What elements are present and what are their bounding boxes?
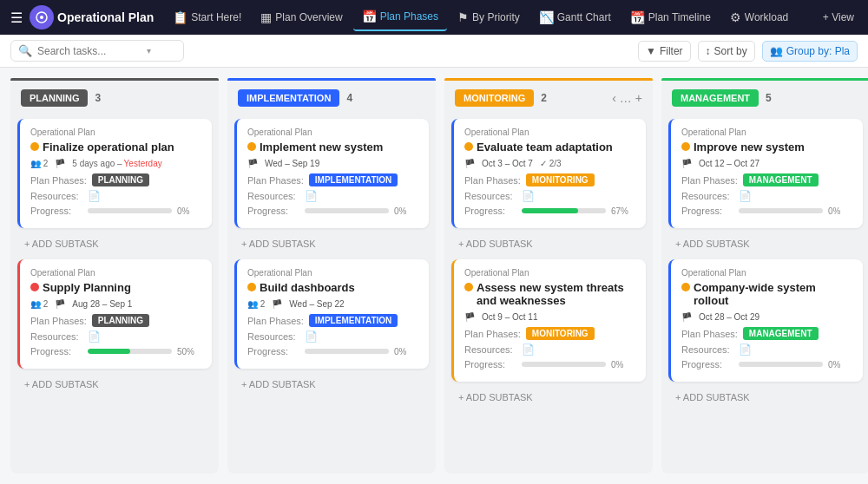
management-cards: Operational Plan Improve new system 🏴 Oc… [661, 115, 868, 474]
plan-phases-icon: 📅 [362, 10, 377, 23]
resources-icon: 📄 [739, 190, 752, 202]
card-meta: 🏴 Oct 12 – Oct 27 [681, 159, 852, 168]
group-button[interactable]: 👥 Group by: Pla [762, 41, 858, 62]
filter-button[interactable]: ▼ Filter [638, 41, 691, 62]
planning-header: PLANNING 3 [10, 81, 219, 115]
add-subtask-btn-6[interactable]: + ADD SUBTASK [451, 389, 646, 406]
status-dot [464, 142, 473, 151]
flag-icon: 🏴 [681, 159, 692, 168]
planning-badge: PLANNING [21, 89, 88, 107]
progress-row: Progress: 0% [247, 346, 418, 356]
card-assess-threats: Operational Plan Assess new system threa… [451, 259, 646, 382]
tab-gantt-chart[interactable]: 📉 Gantt Chart [530, 3, 620, 31]
resources-row: Resources: 📄 [681, 343, 852, 356]
column-planning: PLANNING 3 Operational Plan Finalize ope… [10, 78, 219, 474]
add-icon[interactable]: + [635, 91, 642, 105]
implementation-cards: Operational Plan Implement new system 🏴 … [227, 115, 436, 474]
plan-phases-row: Plan Phases: MANAGEMENT [681, 327, 852, 340]
add-subtask-btn-8[interactable]: + ADD SUBTASK [668, 389, 863, 406]
resources-row: Resources: 📄 [30, 330, 201, 343]
progress-row: Progress: 0% [681, 206, 852, 216]
add-subtask-btn-4[interactable]: + ADD SUBTASK [234, 376, 429, 393]
hamburger-icon[interactable]: ☰ [7, 6, 26, 29]
card-evaluate-team: Operational Plan Evaluate team adaptatio… [451, 119, 646, 228]
plan-phases-row: Plan Phases: IMPLEMENTATION [247, 173, 418, 186]
card-meta: 👥 2 🏴 Wed – Sep 22 [247, 299, 418, 309]
sort-icon: ↕ [706, 45, 711, 57]
card-meta: 🏴 Oct 9 – Oct 11 [464, 312, 635, 322]
card-project: Operational Plan [30, 268, 201, 278]
progress-bar [522, 208, 606, 213]
resources-row: Resources: 📄 [30, 190, 201, 202]
card-title: Implement new system [247, 141, 418, 154]
card-project: Operational Plan [681, 268, 852, 278]
phase-tag: MONITORING [526, 327, 595, 340]
implementation-badge: IMPLEMENTATION [238, 89, 339, 107]
card-title: Finalize operational plan [30, 141, 201, 154]
chevron-down-icon[interactable]: ▾ [147, 46, 151, 56]
svg-point-1 [40, 16, 43, 19]
add-view-button[interactable]: + View [816, 8, 861, 27]
phase-tag: IMPLEMENTATION [309, 314, 398, 327]
tab-plan-timeline[interactable]: 📆 Plan Timeline [621, 3, 720, 31]
add-subtask-btn-3[interactable]: + ADD SUBTASK [234, 235, 429, 252]
card-meta: 🏴 Oct 28 – Oct 29 [681, 312, 852, 322]
more-icon[interactable]: … [620, 91, 632, 105]
add-subtask-btn-2[interactable]: + ADD SUBTASK [17, 376, 212, 393]
date-meta: 5 days ago – Yesterday [72, 159, 161, 168]
tab-plan-phases[interactable]: 📅 Plan Phases [353, 3, 447, 31]
resources-row: Resources: 📄 [681, 190, 852, 202]
flag-icon: 🏴 [247, 159, 258, 168]
status-dot-yellow [30, 142, 39, 151]
column-implementation: IMPLEMENTATION 4 Operational Plan Implem… [227, 78, 436, 474]
card-company-rollout: Operational Plan Company-wide system rol… [668, 259, 863, 382]
card-meta: 👥 2 🏴 5 days ago – Yesterday [30, 159, 201, 168]
prev-icon[interactable]: ‹ [612, 91, 616, 105]
card-project: Operational Plan [247, 268, 418, 278]
progress-row: Progress: 0% [464, 359, 635, 370]
card-title: Build dashboards [247, 281, 418, 294]
flag-icon: 🏴 [272, 299, 282, 309]
tab-by-priority[interactable]: ⚑ By Priority [449, 3, 529, 31]
card-title: Evaluate team adaptation [464, 141, 635, 154]
card-improve-new-system: Operational Plan Improve new system 🏴 Oc… [668, 119, 863, 228]
card-project: Operational Plan [30, 128, 201, 137]
resources-row: Resources: 📄 [247, 330, 418, 343]
flag-icon: 🏴 [55, 299, 65, 309]
flag-icon: 🏴 [464, 159, 475, 168]
progress-bar [88, 349, 172, 354]
management-badge: MANAGEMENT [672, 89, 759, 107]
card-title: Assess new system threats and weaknesses [464, 281, 635, 307]
assignee-count: 👥 2 [30, 159, 48, 168]
plan-phases-row: Plan Phases: PLANNING [30, 173, 201, 186]
tab-start-here[interactable]: 📋 Start Here! [164, 3, 250, 31]
monitoring-badge: MONITORING [455, 89, 534, 107]
workload-icon: ⚙ [730, 10, 741, 24]
date-meta: Wed – Sep 22 [289, 299, 344, 309]
plan-phases-row: Plan Phases: MANAGEMENT [681, 173, 852, 186]
page-title: Operational Plan [57, 10, 154, 24]
sort-button[interactable]: ↕ Sort by [698, 41, 755, 62]
add-subtask-btn-1[interactable]: + ADD SUBTASK [17, 235, 212, 252]
tab-plan-overview[interactable]: ▦ Plan Overview [252, 3, 351, 31]
add-subtask-btn-5[interactable]: + ADD SUBTASK [451, 235, 646, 252]
status-dot [464, 283, 473, 291]
progress-bar [739, 362, 823, 367]
card-title: Company-wide system rollout [681, 281, 852, 307]
tab-workload[interactable]: ⚙ Workload [721, 3, 797, 31]
search-input[interactable] [37, 45, 141, 57]
status-dot [681, 283, 690, 291]
monitoring-actions: ‹ … + [612, 91, 642, 105]
resources-icon: 📄 [88, 190, 101, 202]
implementation-header: IMPLEMENTATION 4 [227, 81, 436, 115]
card-title: Improve new system [681, 141, 852, 154]
card-title: Supply Planning [30, 281, 201, 294]
search-box[interactable]: 🔍 ▾ [10, 40, 184, 62]
column-monitoring: MONITORING 2 ‹ … + Operational Plan Eval… [444, 78, 653, 474]
resources-icon: 📄 [522, 190, 535, 202]
add-subtask-btn-7[interactable]: + ADD SUBTASK [668, 235, 863, 252]
assignee-count: 👥 2 [247, 299, 265, 309]
plan-phases-row: Plan Phases: MONITORING [464, 173, 635, 186]
progress-bar [522, 362, 606, 367]
plan-phases-row: Plan Phases: IMPLEMENTATION [247, 314, 418, 327]
